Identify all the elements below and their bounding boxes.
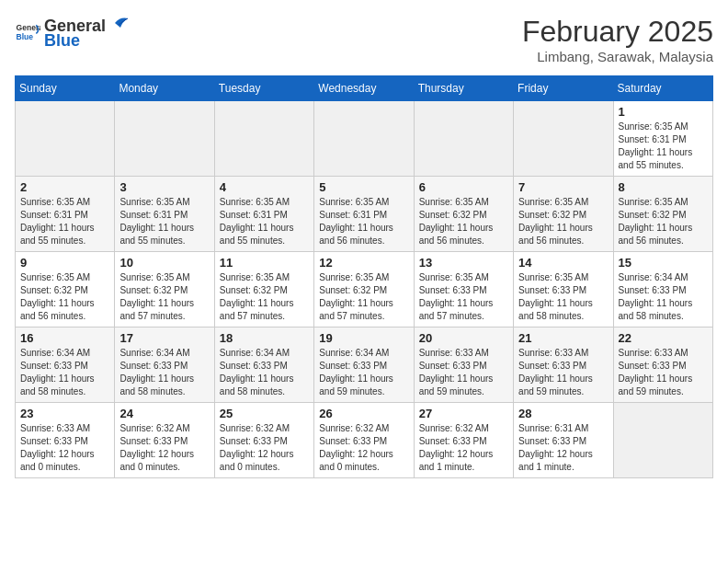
day-number: 23 [20, 407, 109, 420]
calendar-cell: 8Sunrise: 6:35 AMSunset: 6:32 PMDaylight… [613, 177, 712, 252]
day-number: 21 [518, 331, 608, 345]
column-header-tuesday: Tuesday [214, 76, 313, 101]
calendar-cell: 11Sunrise: 6:35 AMSunset: 6:32 PMDayligh… [214, 252, 313, 327]
calendar-title: February 2025 [522, 15, 713, 49]
day-info: Sunrise: 6:35 AMSunset: 6:31 PMDaylight:… [319, 196, 408, 247]
day-info: Sunrise: 6:33 AMSunset: 6:33 PMDaylight:… [619, 347, 708, 398]
calendar-table: SundayMondayTuesdayWednesdayThursdayFrid… [15, 75, 713, 478]
day-info: Sunrise: 6:35 AMSunset: 6:31 PMDaylight:… [220, 196, 309, 247]
day-info: Sunrise: 6:35 AMSunset: 6:32 PMDaylight:… [419, 196, 508, 247]
calendar-cell [115, 101, 214, 177]
calendar-cell: 23Sunrise: 6:33 AMSunset: 6:33 PMDayligh… [16, 403, 115, 478]
day-number: 20 [419, 331, 508, 345]
day-number: 26 [319, 407, 408, 420]
day-info: Sunrise: 6:35 AMSunset: 6:32 PMDaylight:… [119, 271, 209, 323]
calendar-cell [314, 101, 414, 177]
calendar-cell [613, 403, 712, 478]
column-header-saturday: Saturday [613, 76, 712, 101]
day-number: 7 [518, 180, 608, 194]
calendar-cell: 19Sunrise: 6:34 AMSunset: 6:33 PMDayligh… [314, 327, 414, 403]
day-info: Sunrise: 6:33 AMSunset: 6:33 PMDaylight:… [518, 347, 608, 398]
calendar-cell: 6Sunrise: 6:35 AMSunset: 6:32 PMDaylight… [414, 177, 513, 252]
calendar-cell: 21Sunrise: 6:33 AMSunset: 6:33 PMDayligh… [514, 327, 613, 403]
day-info: Sunrise: 6:35 AMSunset: 6:33 PMDaylight:… [419, 271, 508, 323]
day-info: Sunrise: 6:35 AMSunset: 6:32 PMDaylight:… [20, 271, 109, 323]
calendar-cell: 26Sunrise: 6:32 AMSunset: 6:33 PMDayligh… [314, 403, 414, 478]
column-header-friday: Friday [514, 76, 613, 101]
calendar-week-row: 23Sunrise: 6:33 AMSunset: 6:33 PMDayligh… [16, 403, 713, 478]
day-number: 25 [220, 407, 309, 420]
calendar-week-row: 9Sunrise: 6:35 AMSunset: 6:32 PMDaylight… [16, 252, 713, 327]
calendar-cell [514, 101, 613, 177]
calendar-week-row: 1Sunrise: 6:35 AMSunset: 6:31 PMDaylight… [16, 101, 713, 177]
day-number: 5 [319, 180, 408, 194]
day-info: Sunrise: 6:32 AMSunset: 6:33 PMDaylight:… [119, 422, 209, 474]
day-info: Sunrise: 6:34 AMSunset: 6:33 PMDaylight:… [220, 347, 309, 398]
calendar-cell: 1Sunrise: 6:35 AMSunset: 6:31 PMDaylight… [613, 101, 712, 177]
day-number: 16 [20, 331, 109, 345]
day-number: 12 [319, 256, 408, 270]
day-number: 2 [20, 180, 109, 194]
day-info: Sunrise: 6:32 AMSunset: 6:33 PMDaylight:… [220, 422, 309, 474]
calendar-cell: 24Sunrise: 6:32 AMSunset: 6:33 PMDayligh… [115, 403, 214, 478]
calendar-cell: 20Sunrise: 6:33 AMSunset: 6:33 PMDayligh… [414, 327, 513, 403]
calendar-cell [214, 101, 313, 177]
day-info: Sunrise: 6:32 AMSunset: 6:33 PMDaylight:… [419, 422, 508, 474]
day-number: 22 [619, 331, 708, 345]
day-info: Sunrise: 6:35 AMSunset: 6:32 PMDaylight:… [220, 271, 309, 323]
column-header-thursday: Thursday [414, 76, 513, 101]
day-number: 27 [419, 407, 508, 420]
day-info: Sunrise: 6:34 AMSunset: 6:33 PMDaylight:… [20, 347, 109, 398]
day-info: Sunrise: 6:35 AMSunset: 6:32 PMDaylight:… [319, 271, 408, 323]
calendar-subtitle: Limbang, Sarawak, Malaysia [522, 49, 713, 64]
calendar-cell: 5Sunrise: 6:35 AMSunset: 6:31 PMDaylight… [314, 177, 414, 252]
day-info: Sunrise: 6:35 AMSunset: 6:32 PMDaylight:… [619, 196, 708, 247]
day-number: 18 [220, 331, 309, 345]
calendar-cell: 10Sunrise: 6:35 AMSunset: 6:32 PMDayligh… [115, 252, 214, 327]
calendar-cell: 28Sunrise: 6:31 AMSunset: 6:33 PMDayligh… [514, 403, 613, 478]
calendar-cell: 2Sunrise: 6:35 AMSunset: 6:31 PMDaylight… [16, 177, 115, 252]
day-info: Sunrise: 6:33 AMSunset: 6:33 PMDaylight:… [20, 422, 109, 474]
logo-icon: General Blue [15, 19, 40, 45]
day-info: Sunrise: 6:31 AMSunset: 6:33 PMDaylight:… [518, 422, 608, 474]
calendar-cell: 15Sunrise: 6:34 AMSunset: 6:33 PMDayligh… [613, 252, 712, 327]
day-info: Sunrise: 6:35 AMSunset: 6:31 PMDaylight:… [619, 121, 708, 172]
calendar-cell: 4Sunrise: 6:35 AMSunset: 6:31 PMDaylight… [214, 177, 313, 252]
svg-text:Blue: Blue [17, 32, 34, 41]
calendar-cell: 14Sunrise: 6:35 AMSunset: 6:33 PMDayligh… [514, 252, 613, 327]
day-number: 13 [419, 256, 508, 270]
column-header-sunday: Sunday [16, 76, 115, 101]
day-number: 11 [220, 256, 309, 270]
day-number: 19 [319, 331, 408, 345]
day-number: 6 [419, 180, 508, 194]
day-number: 9 [20, 256, 109, 270]
day-number: 17 [119, 331, 209, 345]
calendar-cell: 17Sunrise: 6:34 AMSunset: 6:33 PMDayligh… [115, 327, 214, 403]
day-number: 15 [619, 256, 708, 270]
day-info: Sunrise: 6:34 AMSunset: 6:33 PMDaylight:… [619, 271, 708, 323]
day-info: Sunrise: 6:35 AMSunset: 6:31 PMDaylight:… [119, 196, 209, 247]
header: General Blue General Blue February 2025 … [15, 15, 713, 64]
day-number: 3 [119, 180, 209, 194]
calendar-cell: 18Sunrise: 6:34 AMSunset: 6:33 PMDayligh… [214, 327, 313, 403]
logo: General Blue General Blue [15, 15, 130, 51]
day-number: 8 [619, 180, 708, 194]
logo-bird-icon [108, 15, 128, 31]
day-info: Sunrise: 6:32 AMSunset: 6:33 PMDaylight:… [319, 422, 408, 474]
day-number: 4 [220, 180, 309, 194]
calendar-cell [414, 101, 513, 177]
day-number: 14 [518, 256, 608, 270]
day-info: Sunrise: 6:35 AMSunset: 6:31 PMDaylight:… [20, 196, 109, 247]
column-header-wednesday: Wednesday [314, 76, 414, 101]
day-info: Sunrise: 6:34 AMSunset: 6:33 PMDaylight:… [319, 347, 408, 398]
day-info: Sunrise: 6:35 AMSunset: 6:33 PMDaylight:… [518, 271, 608, 323]
calendar-cell [16, 101, 115, 177]
title-block: February 2025 Limbang, Sarawak, Malaysia [522, 15, 713, 64]
day-info: Sunrise: 6:34 AMSunset: 6:33 PMDaylight:… [119, 347, 209, 398]
calendar-week-row: 2Sunrise: 6:35 AMSunset: 6:31 PMDaylight… [16, 177, 713, 252]
calendar-cell: 25Sunrise: 6:32 AMSunset: 6:33 PMDayligh… [214, 403, 313, 478]
day-number: 28 [518, 407, 608, 420]
day-info: Sunrise: 6:33 AMSunset: 6:33 PMDaylight:… [419, 347, 508, 398]
day-info: Sunrise: 6:35 AMSunset: 6:32 PMDaylight:… [518, 196, 608, 247]
calendar-cell: 3Sunrise: 6:35 AMSunset: 6:31 PMDaylight… [115, 177, 214, 252]
